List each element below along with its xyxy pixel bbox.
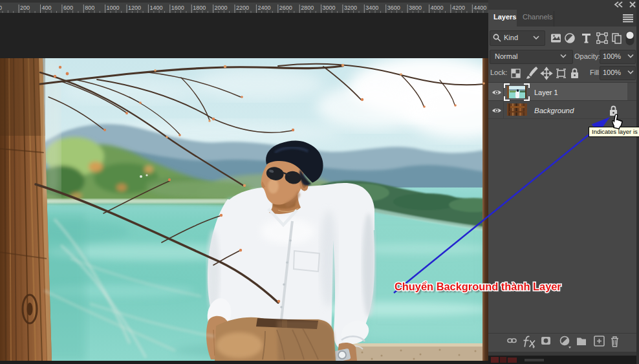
svg-text:Chuyển Background thành Layer: Chuyển Background thành Layer xyxy=(395,281,561,292)
